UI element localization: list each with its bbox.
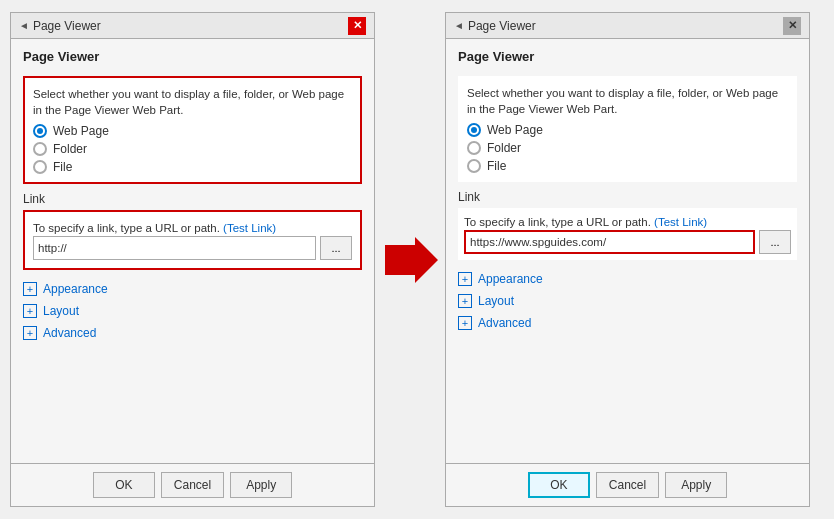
right-radio-folder-circle: [467, 141, 481, 155]
left-title-group: ◄ Page Viewer: [19, 19, 101, 33]
left-dialog: ◄ Page Viewer ✕ Page Viewer Select wheth…: [10, 12, 375, 507]
right-expand-icon-layout: +: [458, 294, 472, 308]
right-cancel-button[interactable]: Cancel: [596, 472, 659, 498]
left-expand-icon-advanced: +: [23, 326, 37, 340]
right-expander-advanced-label: Advanced: [478, 316, 531, 330]
left-radio-file[interactable]: File: [33, 160, 352, 174]
right-url-row: ...: [464, 230, 791, 254]
arrow-container: [375, 235, 445, 285]
left-radio-folder-circle: [33, 142, 47, 156]
left-radio-webpage-circle: [33, 124, 47, 138]
left-link-desc: To specify a link, type a URL or path. (…: [33, 220, 352, 236]
right-radio-webpage-label: Web Page: [487, 123, 543, 137]
right-link-test[interactable]: (Test Link): [654, 216, 707, 228]
left-radio-webpage[interactable]: Web Page: [33, 124, 352, 138]
right-radio-file[interactable]: File: [467, 159, 788, 173]
right-link-label: Link: [458, 190, 797, 204]
right-link-desc: To specify a link, type a URL or path. (…: [464, 214, 791, 230]
left-url-row: ...: [33, 236, 352, 260]
left-link-test[interactable]: (Test Link): [223, 222, 276, 234]
right-top-section: Select whether you want to display a fil…: [458, 76, 797, 182]
left-link-red-box: To specify a link, type a URL or path. (…: [23, 210, 362, 270]
right-radio-folder[interactable]: Folder: [467, 141, 788, 155]
right-title-arrow: ◄: [454, 20, 464, 31]
right-close-button[interactable]: ✕: [783, 17, 801, 35]
svg-marker-0: [385, 237, 438, 283]
right-radio-file-label: File: [487, 159, 506, 173]
left-top-red-box: Select whether you want to display a fil…: [23, 76, 362, 184]
right-dialog-body: Page Viewer Select whether you want to d…: [446, 39, 809, 463]
left-link-section: Link To specify a link, type a URL or pa…: [23, 192, 362, 270]
left-expander-layout[interactable]: + Layout: [23, 300, 362, 322]
left-expand-icon-layout: +: [23, 304, 37, 318]
right-description: Select whether you want to display a fil…: [467, 85, 788, 117]
right-section-title: Page Viewer: [458, 49, 797, 64]
right-expand-icon-advanced: +: [458, 316, 472, 330]
right-radio-webpage-circle: [467, 123, 481, 137]
right-titlebar: ◄ Page Viewer ✕: [446, 13, 809, 39]
left-radio-folder-label: Folder: [53, 142, 87, 156]
left-apply-button[interactable]: Apply: [230, 472, 292, 498]
left-expander-advanced-label: Advanced: [43, 326, 96, 340]
left-description: Select whether you want to display a fil…: [33, 86, 352, 118]
right-dialog-title: Page Viewer: [468, 19, 536, 33]
right-expander-appearance-label: Appearance: [478, 272, 543, 286]
left-url-input[interactable]: [33, 236, 316, 260]
left-radio-folder[interactable]: Folder: [33, 142, 352, 156]
right-link-section: Link To specify a link, type a URL or pa…: [458, 190, 797, 260]
left-expanders: + Appearance + Layout + Advanced: [23, 278, 362, 453]
left-radio-file-label: File: [53, 160, 72, 174]
left-ok-button[interactable]: OK: [93, 472, 155, 498]
right-arrow-icon: [380, 235, 440, 285]
left-close-button[interactable]: ✕: [348, 17, 366, 35]
right-expand-icon-appearance: +: [458, 272, 472, 286]
right-dialog: ◄ Page Viewer ✕ Page Viewer Select wheth…: [445, 12, 810, 507]
left-browse-button[interactable]: ...: [320, 236, 352, 260]
right-expander-appearance[interactable]: + Appearance: [458, 268, 797, 290]
left-section-title: Page Viewer: [23, 49, 362, 64]
right-radio-group: Web Page Folder File: [467, 123, 788, 173]
right-expanders: + Appearance + Layout + Advanced: [458, 268, 797, 453]
right-link-box: To specify a link, type a URL or path. (…: [458, 208, 797, 260]
right-url-input[interactable]: [464, 230, 755, 254]
right-title-group: ◄ Page Viewer: [454, 19, 536, 33]
left-link-label: Link: [23, 192, 362, 206]
right-expander-layout[interactable]: + Layout: [458, 290, 797, 312]
main-container: ◄ Page Viewer ✕ Page Viewer Select wheth…: [0, 0, 834, 519]
left-expander-layout-label: Layout: [43, 304, 79, 318]
left-expander-appearance[interactable]: + Appearance: [23, 278, 362, 300]
left-footer: OK Cancel Apply: [11, 463, 374, 506]
right-footer: OK Cancel Apply: [446, 463, 809, 506]
left-radio-file-circle: [33, 160, 47, 174]
right-ok-button[interactable]: OK: [528, 472, 590, 498]
right-browse-button[interactable]: ...: [759, 230, 791, 254]
left-dialog-body: Page Viewer Select whether you want to d…: [11, 39, 374, 463]
right-link-desc-plain: To specify a link, type a URL or path.: [464, 216, 654, 228]
left-expander-appearance-label: Appearance: [43, 282, 108, 296]
right-expander-advanced[interactable]: + Advanced: [458, 312, 797, 334]
right-radio-file-circle: [467, 159, 481, 173]
right-radio-folder-label: Folder: [487, 141, 521, 155]
left-expand-icon-appearance: +: [23, 282, 37, 296]
left-expander-advanced[interactable]: + Advanced: [23, 322, 362, 344]
left-link-desc-plain: To specify a link, type a URL or path.: [33, 222, 223, 234]
left-dialog-title: Page Viewer: [33, 19, 101, 33]
left-titlebar: ◄ Page Viewer ✕: [11, 13, 374, 39]
left-cancel-button[interactable]: Cancel: [161, 472, 224, 498]
left-radio-group: Web Page Folder File: [33, 124, 352, 174]
left-radio-webpage-label: Web Page: [53, 124, 109, 138]
left-title-arrow: ◄: [19, 20, 29, 31]
right-apply-button[interactable]: Apply: [665, 472, 727, 498]
right-expander-layout-label: Layout: [478, 294, 514, 308]
right-radio-webpage[interactable]: Web Page: [467, 123, 788, 137]
